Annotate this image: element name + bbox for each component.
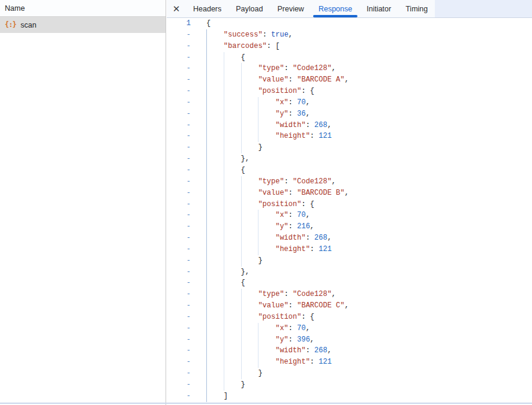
indent-guide	[241, 63, 242, 74]
indent-guide	[206, 391, 207, 402]
tab-payload[interactable]: Payload	[229, 0, 270, 17]
indent-guide	[206, 356, 207, 368]
tab-initiator[interactable]: Initiator	[359, 0, 398, 17]
code-line: - "position": {	[167, 199, 532, 210]
code-line: - "success": true,	[167, 29, 532, 41]
indent-guide	[206, 300, 207, 312]
bottom-divider	[0, 403, 532, 404]
gutter-line-number: -	[167, 232, 191, 244]
code-line: - "position": {	[167, 312, 532, 323]
indent-guide	[206, 199, 207, 210]
indent-guide	[241, 312, 242, 323]
indent-guide	[241, 210, 242, 221]
request-detail-panel: ✕ Headers Payload Preview Response Initi…	[167, 0, 532, 405]
network-request-row-scan[interactable]: {:} scan	[0, 17, 166, 33]
indent-guide	[206, 312, 207, 323]
indent-guide	[206, 289, 207, 300]
gutter-line-number: -	[167, 391, 191, 402]
gutter-line-number: -	[167, 97, 191, 108]
indent-guide	[258, 345, 259, 356]
indent-guide	[258, 232, 259, 244]
indent-guide	[241, 131, 242, 142]
indent-guide	[224, 142, 224, 153]
gutter-line-number: -	[167, 188, 191, 199]
close-icon[interactable]: ✕	[167, 0, 186, 17]
code-line: - "barcodes": [	[167, 41, 532, 52]
gutter-line-number: -	[167, 176, 191, 188]
indent-guide	[241, 221, 242, 232]
gutter-line-number: -	[167, 277, 191, 289]
tab-preview[interactable]: Preview	[270, 0, 311, 17]
indent-guide	[258, 221, 259, 232]
indent-guide	[224, 86, 224, 97]
indent-guide	[224, 356, 224, 368]
gutter-line-number: 1	[167, 18, 191, 29]
indent-guide	[206, 210, 207, 221]
indent-guide	[206, 86, 207, 97]
code-line: - "x": 70,	[167, 97, 532, 108]
indent-guide	[206, 108, 207, 120]
indent-guide	[206, 142, 207, 153]
indent-guide	[206, 345, 207, 356]
indent-guide	[206, 29, 207, 41]
indent-guide	[224, 289, 224, 300]
indent-guide	[224, 176, 224, 188]
indent-guide	[224, 267, 224, 278]
gutter-line-number: -	[167, 323, 191, 334]
indent-guide	[241, 108, 242, 120]
gutter-line-number: -	[167, 74, 191, 86]
code-line: - }	[167, 255, 532, 267]
code-line: - }	[167, 368, 532, 379]
code-line: - "type": "Code128",	[167, 289, 532, 300]
indent-guide	[224, 345, 224, 356]
code-line: - "type": "Code128",	[167, 176, 532, 188]
indent-guide	[241, 176, 242, 188]
indent-guide	[258, 108, 259, 120]
indent-guide	[206, 165, 207, 176]
gutter-line-number: -	[167, 165, 191, 176]
gutter-line-number: -	[167, 120, 191, 131]
code-line: - "height": 121	[167, 131, 532, 142]
indent-guide	[206, 368, 207, 379]
tab-response[interactable]: Response	[311, 0, 359, 17]
indent-guide	[224, 199, 224, 210]
indent-guide	[241, 142, 242, 153]
code-line: - "y": 216,	[167, 221, 532, 232]
gutter-line-number: -	[167, 267, 191, 278]
indent-guide	[206, 255, 207, 267]
gutter-line-number: -	[167, 199, 191, 210]
indent-guide	[206, 334, 207, 346]
code-line: - },	[167, 267, 532, 278]
indent-guide	[224, 165, 224, 176]
gutter-line-number: -	[167, 379, 191, 391]
name-column-header[interactable]: Name	[0, 0, 166, 17]
indent-guide	[206, 131, 207, 142]
indent-guide	[206, 221, 207, 232]
indent-guide	[206, 52, 207, 64]
gutter-line-number: -	[167, 300, 191, 312]
indent-guide	[224, 300, 224, 312]
gutter-line-number: -	[167, 356, 191, 368]
gutter-line-number: -	[167, 221, 191, 232]
tab-timing[interactable]: Timing	[398, 0, 435, 17]
indent-guide	[206, 41, 207, 52]
response-json-viewer[interactable]: 1{- "success": true,- "barcodes": [- {- …	[167, 18, 532, 402]
code-line: - "width": 268,	[167, 120, 532, 131]
indent-guide	[241, 255, 242, 267]
indent-guide	[224, 221, 224, 232]
gutter-line-number: -	[167, 29, 191, 41]
gutter-line-number: -	[167, 312, 191, 323]
code-line: - {	[167, 165, 532, 176]
indent-guide	[258, 97, 259, 108]
code-line: - {	[167, 52, 532, 64]
code-line: - "x": 70,	[167, 323, 532, 334]
gutter-line-number: -	[167, 153, 191, 165]
indent-guide	[224, 379, 224, 391]
indent-guide	[241, 232, 242, 244]
code-line: - "value": "BARCODE C",	[167, 300, 532, 312]
tab-headers[interactable]: Headers	[186, 0, 229, 17]
code-line: - "width": 268,	[167, 232, 532, 244]
indent-guide	[241, 345, 242, 356]
gutter-line-number: -	[167, 289, 191, 300]
code-line: 1{	[167, 18, 532, 29]
